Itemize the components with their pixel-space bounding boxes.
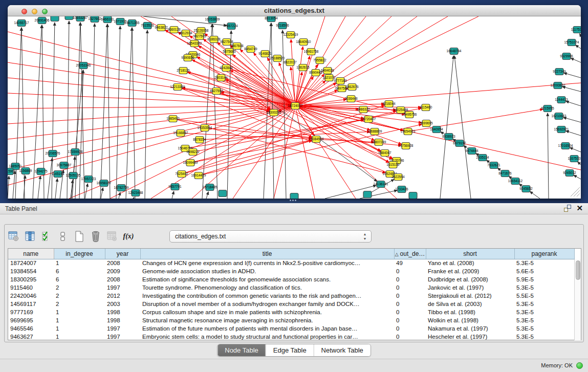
- graph-node[interactable]: 16053809: [205, 16, 220, 23]
- graph-node[interactable]: 20053346: [76, 62, 91, 69]
- table-row[interactable]: 1938455462009Genome-wide association stu…: [8, 267, 574, 275]
- table-cell[interactable]: Dudbridge et al. (2008): [426, 275, 514, 283]
- table-cell[interactable]: 0: [394, 316, 426, 324]
- column-header-name[interactable]: name: [8, 249, 54, 259]
- show-hide-columns-icon[interactable]: [24, 230, 36, 243]
- table-cell[interactable]: Yano et al. (2008): [426, 259, 514, 267]
- graph-node[interactable]: 10654112: [508, 178, 523, 185]
- graph-node[interactable]: 15718485: [203, 184, 217, 191]
- tab-network-table[interactable]: Network Table: [314, 344, 371, 356]
- table-cell[interactable]: 1: [54, 324, 105, 333]
- column-header-title[interactable]: title: [140, 249, 394, 259]
- graph-node[interactable]: 9474444: [465, 148, 478, 155]
- float-panel-icon[interactable]: [564, 205, 571, 212]
- graph-node[interactable]: 1362615: [296, 64, 310, 71]
- table-cell[interactable]: Estimation of significance thresholds fo…: [140, 275, 394, 283]
- graph-node[interactable]: 20206576: [46, 150, 60, 157]
- graph-node[interactable]: 9884067: [378, 150, 391, 157]
- graph-node[interactable]: 16961758: [304, 49, 319, 55]
- table-cell[interactable]: Changes of HCN gene expression and I(f) …: [140, 259, 394, 267]
- graph-node[interactable]: 9660128: [167, 27, 181, 33]
- create-new-table-icon[interactable]: [73, 230, 85, 243]
- graph-node[interactable]: [65, 16, 73, 20]
- function-builder-icon[interactable]: f(x): [122, 230, 135, 243]
- table-cell[interactable]: Structural magnetic resonance image aver…: [140, 316, 394, 324]
- graph-node[interactable]: 1244413: [555, 97, 568, 103]
- graph-node[interactable]: 2935114: [476, 155, 489, 161]
- table-cell[interactable]: Jankovic et al. (1997): [426, 283, 514, 292]
- table-cell[interactable]: 5.3E-5: [514, 316, 574, 324]
- table-cell[interactable]: 5.3E-5: [514, 300, 574, 308]
- graph-node[interactable]: [219, 190, 227, 197]
- table-row[interactable]: 1830029562008Estimation of significance …: [8, 275, 574, 283]
- table-cell[interactable]: Corpus callosum shape and size in male p…: [140, 308, 394, 316]
- graph-node[interactable]: [363, 191, 372, 198]
- table-cell[interactable]: 2008: [105, 259, 140, 267]
- table-cell[interactable]: Disruption of a novel member of a sodium…: [140, 300, 394, 308]
- table-cell[interactable]: 0: [394, 324, 426, 333]
- table-cell[interactable]: 5.3E-5: [514, 333, 574, 341]
- table-cell[interactable]: 6: [54, 275, 105, 283]
- table-cell[interactable]: Tourette syndrome. Phenomenology and cla…: [140, 283, 394, 292]
- graph-node[interactable]: 1486322: [357, 106, 370, 113]
- graph-node[interactable]: 8813054: [265, 16, 278, 22]
- table-cell[interactable]: 1997: [105, 333, 140, 341]
- table-row[interactable]: 1456911722003Disruption of a novel membe…: [8, 300, 574, 308]
- table-cell[interactable]: 9699695: [8, 316, 54, 324]
- table-cell[interactable]: Genome-wide association studies in ADHD.: [140, 267, 394, 275]
- graph-node[interactable]: 9827505: [193, 33, 206, 40]
- table-cell[interactable]: 9777169: [8, 308, 54, 316]
- table-cell[interactable]: 5.9E-5: [514, 275, 574, 283]
- graph-node[interactable]: 7857224: [225, 23, 238, 30]
- graph-node[interactable]: 8938923: [442, 134, 455, 140]
- graph-node[interactable]: 15495756: [402, 112, 417, 118]
- network-window-titlebar[interactable]: citations_edges.txt: [8, 5, 581, 16]
- graph-node[interactable]: 14671355: [125, 20, 140, 27]
- graph-node[interactable]: 7615526: [141, 23, 154, 29]
- graph-node[interactable]: 10756928: [399, 143, 413, 149]
- table-cell[interactable]: 0: [394, 275, 426, 283]
- table-cell[interactable]: Wolkin et al. (1998): [426, 316, 514, 324]
- graph-node[interactable]: 7625402: [175, 171, 188, 178]
- table-cell[interactable]: 2012: [105, 292, 140, 300]
- table-cell[interactable]: 5.3E-5: [514, 308, 574, 316]
- table-cell[interactable]: 1: [54, 259, 105, 267]
- graph-node[interactable]: 8186328: [207, 36, 221, 43]
- graph-node[interactable]: 16914479: [191, 172, 206, 179]
- table-settings-icon[interactable]: [8, 230, 20, 243]
- graph-node[interactable]: 8878354: [193, 137, 206, 143]
- graph-node[interactable]: 16958107: [97, 180, 112, 187]
- table-cell[interactable]: 2003: [105, 300, 140, 308]
- table-cell[interactable]: 1: [54, 308, 105, 316]
- table-cell[interactable]: 5.5E-5: [514, 292, 574, 300]
- graph-node[interactable]: 1733426: [395, 186, 408, 193]
- graph-node[interactable]: 1156869: [19, 168, 32, 174]
- graph-node[interactable]: 19654923: [401, 128, 416, 135]
- table-cell[interactable]: 5.3E-5: [514, 324, 574, 333]
- table-cell[interactable]: 19384554: [8, 267, 54, 275]
- table-cell[interactable]: 22420046: [8, 292, 54, 300]
- select-all-rows-icon[interactable]: [40, 230, 53, 243]
- table-cell[interactable]: 9463627: [8, 333, 54, 341]
- graph-node[interactable]: 1117534: [571, 27, 581, 33]
- table-cell[interactable]: Franke et al. (2009): [426, 267, 514, 275]
- table-cell[interactable]: 1997: [105, 283, 140, 292]
- table-cell[interactable]: 1: [54, 333, 105, 341]
- graph-node[interactable]: 9227349: [553, 69, 566, 75]
- close-panel-icon[interactable]: ✕: [576, 205, 583, 212]
- table-cell[interactable]: 0: [394, 267, 426, 275]
- table-row[interactable]: 977716911998Corpus callosum shape and si…: [8, 308, 574, 316]
- graph-node[interactable]: 1985493: [166, 116, 180, 122]
- column-header-short[interactable]: short: [426, 249, 514, 259]
- graph-node[interactable]: 9463822: [155, 25, 168, 31]
- table-cell[interactable]: Investigating the contribution of common…: [140, 292, 394, 300]
- column-header-in_degree[interactable]: in_degree: [54, 249, 105, 259]
- graph-node[interactable]: 1640954: [430, 126, 443, 133]
- graph-node[interactable]: 18300295: [267, 110, 281, 116]
- graph-node[interactable]: 9218506: [276, 23, 289, 29]
- table-cell[interactable]: 0: [394, 333, 426, 341]
- table-cell[interactable]: 6: [54, 267, 105, 275]
- column-header-out_de[interactable]: △out_de…: [394, 249, 426, 259]
- table-scrollbar[interactable]: [574, 259, 581, 340]
- table-row[interactable]: 969969511998Structural magnetic resonanc…: [8, 316, 574, 324]
